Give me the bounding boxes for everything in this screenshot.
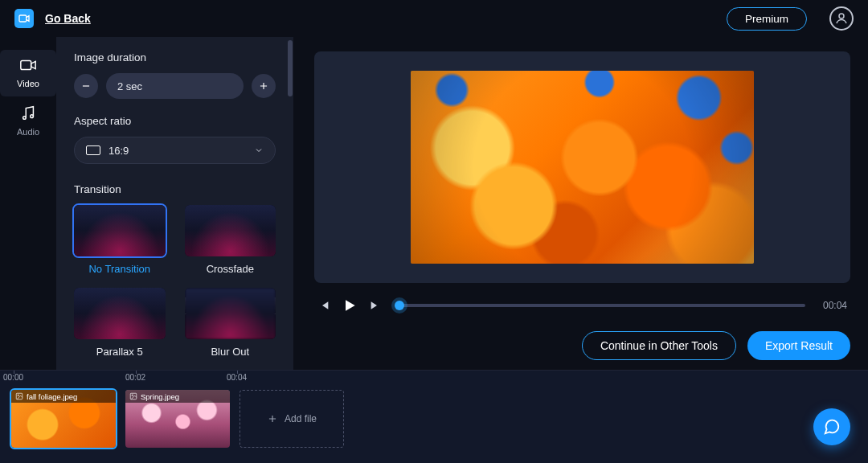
clip-tag: Spring.jpeg [125, 390, 230, 403]
svg-point-3 [23, 117, 27, 120]
seek-knob[interactable] [395, 301, 404, 310]
video-icon [19, 56, 37, 74]
chat-icon [823, 418, 841, 436]
transition-card[interactable]: Crossfade [185, 205, 276, 275]
app-logo [14, 9, 34, 28]
play-icon [342, 297, 358, 313]
sidebar-item-audio[interactable]: Audio [0, 98, 56, 145]
svg-rect-2 [21, 61, 31, 70]
plus-icon [267, 413, 278, 424]
transition-label: Transition [74, 183, 276, 195]
continue-button[interactable]: Continue in Other Tools [582, 331, 736, 360]
timeline-clip[interactable]: fall foliage.jpeg [11, 390, 116, 448]
seek-slider[interactable] [399, 304, 805, 307]
duration-increase-button[interactable] [252, 74, 276, 98]
transition-card[interactable]: Blur Out [185, 288, 276, 358]
premium-button[interactable]: Premium [727, 7, 807, 31]
add-file-label: Add file [285, 413, 317, 424]
next-frame-button[interactable] [369, 299, 382, 312]
sidebar-item-label: Video [17, 79, 39, 88]
transition-name: No Transition [88, 263, 150, 275]
svg-point-6 [18, 395, 19, 396]
svg-point-4 [31, 115, 34, 118]
image-icon [129, 392, 137, 400]
ruler-mark: 00:02 [125, 373, 145, 382]
clip-filename: Spring.jpeg [141, 392, 179, 401]
transition-thumb [74, 205, 166, 256]
svg-rect-0 [19, 15, 27, 22]
transition-thumb [185, 205, 276, 256]
prev-frame-button[interactable] [317, 299, 330, 312]
transition-name: Blur Out [211, 346, 249, 358]
add-file-tile[interactable]: Add file [240, 390, 344, 448]
go-back-link[interactable]: Go Back [45, 12, 91, 25]
duration-input[interactable]: 2 sec [106, 73, 244, 99]
chevron-down-icon [254, 145, 264, 155]
image-duration-label: Image duration [74, 51, 276, 64]
transition-thumb [74, 288, 166, 339]
svg-point-8 [132, 395, 133, 396]
transition-name: Parallax 5 [96, 346, 143, 358]
transition-card[interactable]: Parallax 5 [74, 288, 166, 358]
skip-back-icon [317, 299, 330, 312]
plus-icon [258, 80, 269, 92]
duration-decrease-button[interactable] [74, 74, 98, 98]
account-avatar[interactable] [829, 6, 854, 31]
minus-icon [80, 80, 92, 92]
ratio-icon [86, 145, 100, 155]
aspect-ratio-select[interactable]: 16:9 [74, 137, 276, 164]
panel-scrollbar[interactable] [288, 40, 293, 96]
export-button[interactable]: Export Result [747, 331, 850, 360]
aspect-ratio-label: Aspect ratio [74, 115, 276, 127]
skip-forward-icon [369, 299, 382, 312]
image-icon [15, 392, 23, 400]
ruler-mark: 00:04 [227, 373, 247, 382]
svg-point-1 [839, 14, 844, 18]
transition-name: Crossfade [207, 263, 254, 275]
sidebar-item-video[interactable]: Video [0, 50, 56, 96]
ruler-mark: 00:00 [3, 373, 23, 382]
timeline-clip[interactable]: Spring.jpeg [125, 390, 230, 448]
clip-filename: fall foliage.jpeg [27, 392, 77, 401]
user-icon [834, 11, 849, 26]
transition-card[interactable]: No Transition [74, 205, 166, 275]
timeline-ruler[interactable]: 00:0000:0200:04 [0, 371, 868, 387]
preview-frame [411, 71, 754, 264]
play-button[interactable] [342, 297, 358, 313]
help-fab[interactable] [813, 408, 850, 445]
sidebar-item-label: Audio [17, 127, 39, 137]
timecode: 00:04 [823, 300, 847, 311]
clip-tag: fall foliage.jpeg [11, 390, 116, 403]
transition-thumb [185, 288, 276, 339]
audio-icon [19, 104, 37, 122]
preview-stage [314, 51, 850, 283]
aspect-ratio-value: 16:9 [108, 145, 129, 157]
